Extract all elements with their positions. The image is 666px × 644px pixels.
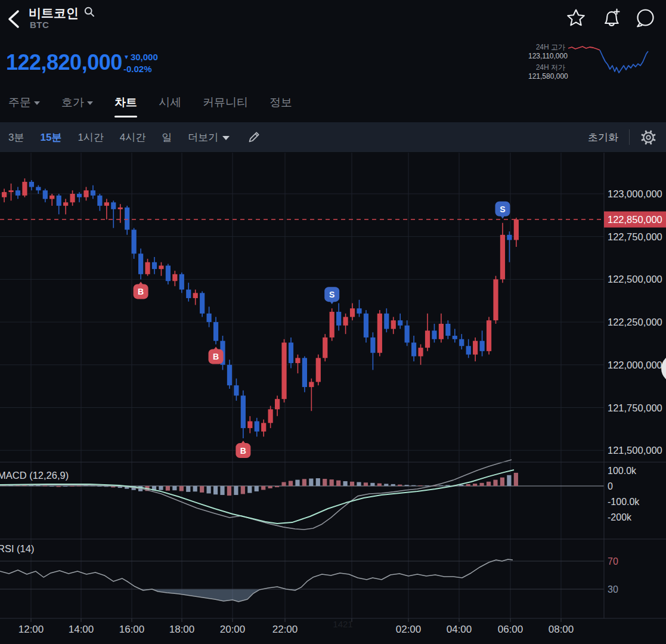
chevron-down-icon: [87, 101, 93, 105]
macd-histogram-bar: [473, 484, 477, 486]
time-axis-label: 14:00: [69, 624, 94, 635]
notification-bell-add-icon[interactable]: [599, 7, 621, 31]
low-value: 121,580,000: [528, 72, 565, 81]
macd-histogram-bar: [268, 486, 272, 488]
chart-toolbar: 3분 15분 1시간 4시간 일 더보기 초기화: [0, 122, 666, 152]
down-arrow-icon: ▼: [123, 51, 129, 63]
candle-body: [323, 338, 327, 358]
candle-body: [104, 202, 109, 206]
current-price-tag-label: 122,850,000: [608, 214, 662, 225]
macd-histogram-bar: [172, 486, 176, 490]
candle-body: [336, 312, 341, 326]
macd-histogram-bar: [418, 485, 422, 486]
macd-histogram-bar: [255, 486, 259, 491]
favorite-star-icon[interactable]: [566, 8, 586, 30]
candle-body: [91, 190, 95, 196]
chevron-down-icon: [222, 136, 230, 140]
candle-body: [49, 196, 54, 199]
candle-body: [179, 274, 184, 290]
tab-info[interactable]: 정보: [270, 95, 292, 110]
sparkline-red-segment: [568, 47, 600, 50]
tab-order[interactable]: 주문: [8, 95, 40, 110]
macd-histogram-bar: [186, 486, 190, 492]
settings-gear-icon[interactable]: [640, 129, 656, 145]
candle-body: [77, 194, 82, 197]
sell-marker-badge[interactable]: S: [324, 287, 339, 304]
macd-histogram-bar: [200, 486, 204, 493]
macd-histogram-bar: [466, 484, 470, 486]
coin-symbol: BTC: [30, 20, 49, 30]
draw-pencil-icon[interactable]: [247, 130, 261, 144]
timeframe-15min[interactable]: 15분: [40, 131, 61, 144]
macd-histogram-bar: [343, 481, 348, 486]
candle-body: [507, 235, 512, 240]
macd-axis-label: -100.0k: [608, 497, 640, 507]
high-low-block: 24H 고가 123,110,000 24H 저가 121,580,000: [528, 43, 565, 83]
candle-body: [227, 365, 232, 385]
macd-histogram-bar: [77, 485, 81, 486]
marker-letter: B: [138, 287, 144, 296]
candle-body: [316, 358, 321, 382]
scroll-right-nub[interactable]: [661, 354, 666, 383]
macd-histogram-bar: [439, 485, 443, 486]
candle-body: [152, 262, 157, 269]
candle-body: [275, 399, 280, 409]
candle-body: [132, 230, 137, 253]
buy-marker-badge[interactable]: B: [134, 281, 148, 299]
macd-histogram-bar: [350, 482, 354, 486]
timeframe-day[interactable]: 일: [162, 131, 172, 144]
candle-body: [281, 343, 286, 400]
candle-body: [193, 293, 198, 298]
candle-body: [43, 190, 48, 199]
tab-market[interactable]: 시세: [159, 95, 181, 110]
candle-body: [63, 202, 68, 206]
candle-body: [405, 326, 410, 343]
tab-chart[interactable]: 차트: [114, 95, 137, 117]
candle-body: [309, 382, 314, 387]
tab-community[interactable]: 커뮤니티: [203, 95, 248, 110]
time-axis-label: 16:00: [119, 624, 145, 635]
candle-body: [97, 196, 102, 206]
candle-body: [439, 324, 444, 339]
back-button[interactable]: [5, 7, 26, 31]
candle-body: [2, 192, 7, 197]
reset-button[interactable]: 초기화: [588, 131, 618, 144]
rsi-pane-title: RSI (14): [0, 543, 34, 554]
candle-body: [295, 358, 300, 363]
timeframe-4hour[interactable]: 4시간: [120, 131, 145, 144]
timeframe-1hour[interactable]: 1시간: [78, 131, 103, 144]
candle-body: [70, 194, 75, 202]
macd-histogram-bar: [179, 486, 184, 491]
candle-body: [145, 262, 150, 274]
candle-body: [384, 314, 389, 329]
title-search-icon[interactable]: [84, 7, 95, 20]
macd-pane-title: MACD (12,26,9): [0, 470, 69, 481]
candlestick-chart[interactable]: BBBSS123,000,000122,750,000122,500,00012…: [0, 152, 666, 644]
high-label: 24H 고가: [528, 43, 565, 52]
sell-marker-badge[interactable]: S: [495, 202, 510, 219]
candle-body: [487, 320, 491, 351]
candle-body: [411, 343, 416, 357]
candle-body: [432, 330, 436, 339]
macd-histogram-bar: [493, 480, 497, 486]
time-axis-label: 22:00: [272, 624, 298, 635]
tab-orderbook[interactable]: 호가: [61, 95, 93, 110]
timeframe-3min[interactable]: 3분: [8, 131, 24, 144]
candle-body: [473, 341, 478, 355]
macd-histogram-bar: [391, 484, 395, 486]
buy-marker-badge[interactable]: B: [236, 441, 250, 458]
candle-body: [83, 190, 88, 197]
candle-body: [480, 341, 485, 351]
candle-body: [57, 196, 61, 206]
macd-histogram-bar: [357, 482, 361, 487]
candle-body: [234, 385, 238, 395]
chat-bubble-icon[interactable]: [634, 8, 655, 31]
candle-body: [514, 219, 519, 240]
rsi-level-label: 70: [608, 556, 618, 566]
chevron-down-icon: [34, 101, 40, 105]
change-percent: -0.02%: [123, 63, 158, 75]
more-timeframes-button[interactable]: 더보기: [188, 131, 230, 144]
macd-histogram-bar: [220, 486, 224, 495]
macd-histogram-bar: [377, 484, 382, 486]
marker-letter: S: [500, 205, 505, 214]
